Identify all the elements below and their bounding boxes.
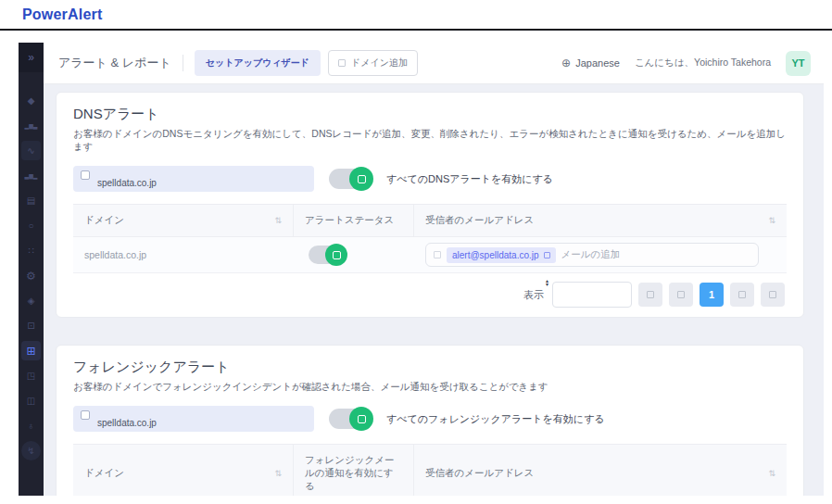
setup-wizard-button[interactable]: セットアップウィザード	[195, 50, 321, 76]
sort-icon[interactable]: ⇅	[761, 216, 775, 225]
remove-email-icon[interactable]	[544, 252, 550, 258]
header-divider	[0, 29, 832, 31]
sidebar-item-nodes[interactable]: ∷	[21, 241, 41, 260]
dns-controls-row: spelldata.co.jp すべてのDNSアラートを有効にする	[73, 166, 787, 192]
forensic-enable-all-label: すべてのフォレンジックアラートを有効にする	[386, 412, 605, 426]
email-tag: alert@spelldata.co.jp	[447, 247, 556, 263]
toggle-square-icon	[358, 415, 366, 423]
forensic-alert-card: フォレンジックアラート お客様のドメインでフォレンジックインシデントが確認された…	[56, 345, 804, 496]
main-area: アラート & レポート セットアップウィザード ドメイン追加 ⊕ Japanes…	[44, 43, 824, 496]
sidebar-item-reports[interactable]: ▤	[21, 191, 41, 210]
forensic-domain-chip-label: spelldata.co.jp	[97, 418, 157, 428]
sidebar-nav: ◆ ▂▆▃ ∿ ▃▆▂ ▤ ○ ∷ ⚙ ◈ ⊡ ⊞ ◳ ◫ ♁ ↯	[21, 91, 41, 460]
sidebar-item-monitor[interactable]: ○	[21, 216, 41, 235]
dns-col-status: アラートステータス	[294, 205, 414, 236]
user-greeting: こんにちは、Yoichiro Takehora	[635, 57, 771, 69]
add-domain-button[interactable]: ドメイン追加	[328, 50, 418, 76]
first-page-button[interactable]	[638, 283, 662, 307]
dns-col-status-label: アラートステータス	[305, 214, 394, 227]
sidebar-item-power[interactable]: ↯	[21, 441, 41, 460]
sidebar-item-security[interactable]: ◈	[21, 291, 41, 310]
globe-stand-icon: ♁	[28, 422, 35, 431]
dns-col-domain-label: ドメイン	[84, 214, 124, 227]
globe-icon: ⊕	[561, 57, 571, 69]
toggle-knob-icon	[325, 244, 347, 266]
last-page-button[interactable]	[761, 283, 785, 307]
forensic-enable-all-toggle[interactable]	[329, 409, 372, 429]
circle-icon: ○	[28, 221, 33, 231]
shield-icon: ◈	[28, 296, 35, 306]
bar-chart-2-icon: ▃▆▂	[25, 173, 38, 179]
next-page-icon	[738, 291, 746, 298]
gear-icon: ⚙	[26, 271, 36, 282]
sidebar-item-activity[interactable]: ∿	[21, 141, 41, 160]
dns-col-email: 受信者のメールアドレス ⇅	[414, 205, 787, 236]
last-page-icon	[769, 291, 776, 298]
forensic-table-header: ドメイン ⇅ フォレンジックメールの通知を有効にする 受信者のメールアドレス ⇅	[73, 445, 787, 496]
prev-page-button[interactable]	[669, 283, 693, 307]
grid-icon: ⊞	[26, 346, 35, 357]
avatar[interactable]: YT	[786, 51, 811, 76]
current-page-button[interactable]: 1	[700, 283, 724, 307]
site-header: PowerAlert	[0, 0, 832, 29]
dns-section-title: DNSアラート	[73, 106, 787, 123]
sidebar-item-settings[interactable]: ⚙	[21, 266, 41, 285]
page-size-wrap: ▴▾	[552, 282, 632, 308]
selection-icon: ⊡	[27, 321, 34, 331]
dns-table-header: ドメイン ⇅ アラートステータス 受信者のメールアドレス ⇅	[73, 205, 787, 237]
dns-domain-chip-label: spelldata.co.jp	[97, 178, 157, 188]
language-label: Japanese	[575, 57, 620, 69]
checkbox-icon[interactable]	[81, 410, 90, 420]
brand-logo: PowerAlert	[22, 6, 102, 22]
page-size-input[interactable]	[552, 282, 632, 308]
dns-email-input[interactable]: alert@spelldata.co.jp メールの追加	[425, 243, 759, 267]
dns-domain-multiselect[interactable]: spelldata.co.jp	[73, 166, 314, 192]
sidebar-item-stats[interactable]: ▃▆▂	[21, 166, 41, 185]
next-page-button[interactable]	[730, 283, 754, 307]
forensic-domain-multiselect[interactable]: spelldata.co.jp	[73, 406, 314, 432]
dns-enable-all-toggle[interactable]	[329, 169, 372, 189]
sidebar-item-dashboard[interactable]: ◆	[21, 91, 41, 110]
dns-pagination: 表示 ▴▾ 1	[73, 273, 787, 317]
dns-row-status	[294, 240, 414, 270]
sidebar-item-globe[interactable]: ♁	[21, 416, 41, 435]
email-tag-label: alert@spelldata.co.jp	[452, 250, 539, 260]
forensic-col-domain: ドメイン ⇅	[73, 445, 294, 496]
book-icon: ▤	[27, 196, 35, 206]
plus-square-icon	[338, 59, 346, 67]
dns-section-description: お客様のドメインのDNSモニタリングを有効にして、DNSレコードが追加、変更、削…	[73, 128, 787, 154]
sidebar-item-charts[interactable]: ▂▆▃	[21, 116, 41, 135]
brackets-icon: ◳	[27, 372, 35, 381]
sidebar-item-alerts-active[interactable]: ⊞	[21, 341, 41, 360]
sidebar: » ◆ ▂▆▃ ∿ ▃▆▂ ▤ ○ ∷ ⚙ ◈ ⊡ ⊞ ◳ ◫ ♁ ↯	[19, 43, 44, 496]
sort-icon[interactable]: ⇅	[761, 469, 775, 478]
prev-page-icon	[677, 291, 685, 298]
bar-chart-icon: ▂▆▃	[25, 123, 38, 129]
forensic-controls-row: spelldata.co.jp すべてのフォレンジックアラートを有効にする	[73, 406, 787, 432]
forensic-col-email: 受信者のメールアドレス ⇅	[414, 445, 787, 496]
toggle-square-icon	[358, 175, 366, 183]
sidebar-item-selection[interactable]: ⊡	[21, 316, 41, 335]
sidebar-expand-button[interactable]: »	[19, 43, 44, 72]
language-selector[interactable]: ⊕ Japanese	[561, 57, 620, 69]
topbar-right: ⊕ Japanese こんにちは、Yoichiro Takehora YT	[561, 51, 811, 76]
dns-row-toggle[interactable]	[309, 246, 346, 264]
toggle-knob-icon	[349, 167, 373, 191]
checkbox-icon[interactable]	[81, 170, 90, 180]
email-placeholder: メールの追加	[561, 248, 621, 261]
sidebar-item-layout[interactable]: ◫	[21, 391, 41, 410]
spinner-arrows-icon[interactable]: ▴▾	[546, 279, 548, 286]
sidebar-item-frames[interactable]: ◳	[21, 366, 41, 385]
toggle-square-icon	[333, 251, 341, 259]
add-domain-label: ドメイン追加	[351, 57, 408, 69]
dns-row-domain: spelldata.co.jp	[73, 244, 294, 266]
sort-icon[interactable]: ⇅	[267, 216, 282, 225]
forensic-col-status: フォレンジックメールの通知を有効にする	[294, 445, 414, 496]
chevron-double-right-icon: »	[28, 51, 34, 64]
dots-icon: ∷	[28, 246, 33, 256]
sort-icon[interactable]: ⇅	[267, 469, 282, 478]
dns-col-domain: ドメイン ⇅	[73, 205, 294, 236]
forensic-section-title: フォレンジックアラート	[73, 359, 787, 376]
forensic-col-status-label: フォレンジックメールの通知を有効にする	[305, 454, 402, 493]
layout-icon: ◫	[27, 397, 35, 406]
